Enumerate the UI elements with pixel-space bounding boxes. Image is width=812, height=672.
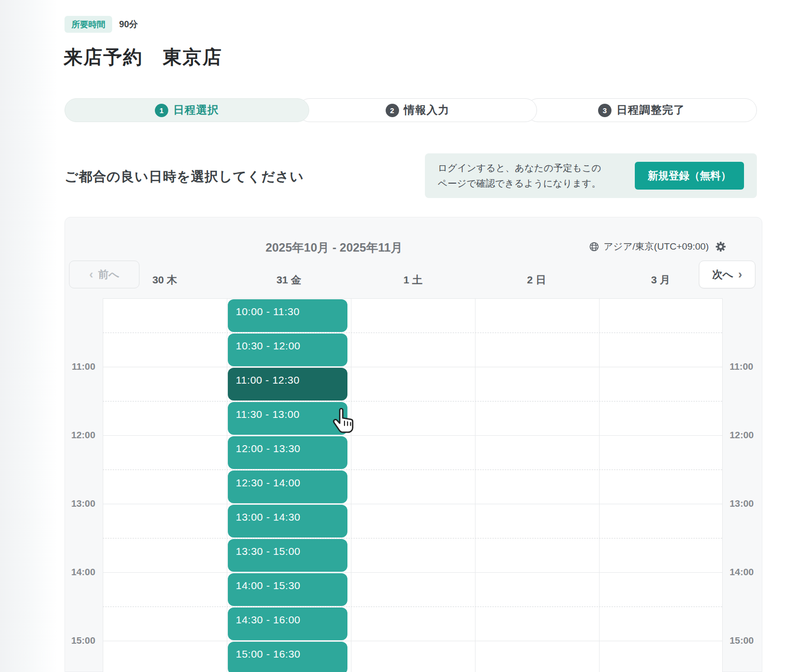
time-label-right: 15:00 [730, 635, 760, 647]
time-label-left: 14:00 [65, 566, 102, 578]
login-notice-line2: ページで確認できるようになります。 [438, 176, 601, 191]
time-label-right: 13:00 [730, 498, 760, 510]
login-notice: ログインすると、あなたの予定もこの ページで確認できるようになります。 新規登録… [425, 153, 757, 198]
time-slot[interactable]: 13:30 - 15:00 [228, 539, 347, 572]
chevron-left-icon: ‹ [89, 269, 93, 280]
grid-halfhour-line [103, 333, 722, 333]
step-1-number-icon: 1 [155, 104, 168, 117]
gear-icon [715, 247, 727, 254]
duration-badge: 所要時間 [65, 16, 112, 33]
timezone-settings-button[interactable] [715, 241, 727, 253]
time-label-left: 12:00 [65, 429, 102, 441]
duration-value: 90分 [119, 16, 138, 33]
time-slot[interactable]: 14:30 - 16:00 [228, 607, 347, 640]
time-label-right: 11:00 [730, 361, 760, 373]
calendar-grid [103, 298, 722, 672]
grid-vline [103, 298, 103, 672]
step-tab-info-input: 2 情報入力 [298, 98, 537, 122]
grid-vline [475, 298, 475, 672]
grid-hour-line [103, 298, 722, 299]
step-2-number-icon: 2 [386, 104, 399, 117]
time-label-right: 14:00 [730, 566, 760, 578]
login-notice-text: ログインすると、あなたの予定もこの ページで確認できるようになります。 [438, 160, 601, 191]
page: 所要時間 90分 来店予約 東京店 1 日程選択 3 日程調整完了 2 情報入力… [0, 0, 812, 672]
time-slot[interactable]: 15:00 - 16:30 [228, 642, 347, 672]
next-week-button[interactable]: 次へ › [699, 261, 755, 288]
day-header-fri: 31 金 [249, 273, 329, 287]
prev-button-label: 前へ [98, 268, 120, 281]
calendar-month-range: 2025年10月 - 2025年11月 [266, 240, 403, 256]
chevron-right-icon: › [738, 269, 742, 280]
login-notice-line1: ログインすると、あなたの予定もこの [438, 160, 601, 176]
grid-hour-line [103, 367, 722, 367]
day-header-thu: 30 木 [125, 273, 204, 287]
page-left-margin [0, 0, 58, 672]
time-slot[interactable]: 10:00 - 11:30 [228, 299, 347, 332]
time-slot[interactable]: 14:00 - 15:30 [228, 573, 347, 606]
grid-vline [599, 298, 600, 672]
time-slot[interactable]: 13:00 - 14:30 [228, 505, 347, 538]
grid-hour-line [103, 435, 722, 436]
step-3-number-icon: 3 [598, 104, 611, 117]
time-label-left: 13:00 [65, 498, 102, 510]
time-slot[interactable]: 12:30 - 14:00 [228, 470, 347, 503]
next-button-label: 次へ [712, 268, 734, 281]
step-2-label: 情報入力 [404, 103, 450, 118]
step-1-label: 日程選択 [173, 103, 219, 118]
step-3-label: 日程調整完了 [616, 103, 685, 118]
globe-icon [589, 241, 600, 252]
day-header-sun: 2 日 [497, 273, 576, 287]
time-slot[interactable]: 11:30 - 13:00 [228, 402, 347, 435]
grid-hour-line [103, 641, 722, 641]
grid-vline [722, 298, 723, 672]
day-header-mon: 3 月 [621, 273, 700, 287]
time-label-left: 11:00 [65, 361, 102, 373]
grid-hour-line [103, 504, 722, 504]
grid-halfhour-line [103, 470, 722, 470]
step-tab-complete: 3 日程調整完了 [526, 98, 757, 122]
time-label-right: 12:00 [730, 429, 760, 441]
day-header-sat: 1 土 [373, 273, 453, 287]
time-slot[interactable]: 10:30 - 12:00 [228, 334, 347, 366]
grid-halfhour-line [103, 606, 722, 607]
grid-halfhour-line [103, 401, 722, 402]
time-label-left: 15:00 [65, 635, 102, 647]
time-slot[interactable]: 12:00 - 13:30 [228, 436, 347, 469]
timezone-label: アジア/東京(UTC+09:00) [604, 240, 709, 253]
grid-vline [351, 298, 351, 672]
page-title: 来店予約 東京店 [64, 45, 222, 70]
grid-vline [227, 298, 227, 672]
step-tab-date-select[interactable]: 1 日程選択 [65, 98, 309, 122]
register-button[interactable]: 新規登録（無料） [635, 162, 744, 190]
timezone-row: アジア/東京(UTC+09:00) [589, 240, 727, 253]
time-slot-selected[interactable]: 11:00 - 12:30 [228, 368, 347, 401]
instruction-text: ご都合の良い日時を選択してください [65, 168, 304, 186]
grid-hour-line [103, 572, 722, 573]
grid-halfhour-line [103, 538, 722, 538]
